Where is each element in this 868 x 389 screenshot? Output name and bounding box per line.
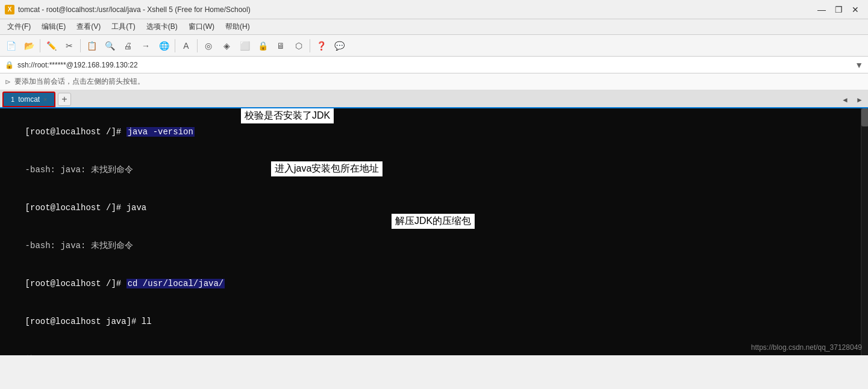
cmd-java-version: java -version: [126, 127, 195, 137]
toolbar-cut[interactable]: ✂: [61, 37, 78, 54]
toolbar-sep1: [40, 39, 40, 52]
address-dropdown-icon[interactable]: ▼: [855, 60, 863, 70]
toolbar-search[interactable]: 🔍: [101, 37, 118, 54]
app-icon: X: [5, 5, 14, 14]
address-bar: 🔒 ssh://root:******@192.168.199.130:22 ▼: [0, 57, 868, 73]
lock-icon: 🔒: [5, 61, 14, 69]
toolbar: 📄 📂 ✏️ ✂ 📋 🔍 🖨 → 🌐 A ◎ ◈ ⬜ 🔒 🖥 ⬡ ❓ 💬: [0, 35, 868, 57]
prompt-5: [root@localhost /]#: [25, 279, 126, 288]
terminal-line-2: -bash: java: 未找到命令: [5, 151, 863, 189]
toolbar-arrow[interactable]: →: [137, 37, 154, 54]
annotation-extract: 解压JDK的压缩包: [392, 214, 475, 229]
toolbar-msg[interactable]: 💬: [331, 37, 348, 54]
window-controls: — ❐ ✕: [814, 3, 863, 16]
menu-bar: 文件(F) 编辑(E) 查看(V) 工具(T) 选项卡(B) 窗口(W) 帮助(…: [0, 19, 868, 35]
terminal-line-4: -bash: java: 未找到命令: [5, 227, 863, 265]
terminal[interactable]: [root@localhost /]# java -version -bash:…: [0, 108, 868, 355]
terminal-line-6: [root@localhost java]# ll: [5, 303, 863, 341]
toolbar-open[interactable]: 📂: [20, 37, 37, 54]
menu-help[interactable]: 帮助(H): [220, 20, 255, 33]
tab-add-button[interactable]: +: [58, 93, 71, 106]
terminal-line-5: [root@localhost /]# cd /usr/local/java/: [5, 265, 863, 303]
tab-nav-left-btn[interactable]: ◄: [839, 94, 851, 106]
window-title: tomcat - root@localhost:/usr/local/java …: [18, 5, 251, 14]
toolbar-icon4[interactable]: 🔒: [254, 37, 271, 54]
toolbar-globe[interactable]: 🌐: [155, 37, 172, 54]
terminal-line-7: 总用量 185312: [5, 341, 863, 355]
watermark: https://blog.csdn.net/qq_37128049: [751, 343, 862, 352]
toolbar-font[interactable]: A: [178, 37, 195, 54]
error-1: -bash: java: 未找到命令: [25, 165, 133, 175]
tab-tomcat[interactable]: 1 tomcat ×: [2, 92, 55, 107]
toolbar-sep2: [80, 39, 81, 52]
toolbar-copy[interactable]: 📋: [83, 37, 100, 54]
prompt-3: [root@localhost /]# java: [25, 203, 147, 213]
toolbar-icon5[interactable]: 🖥: [272, 37, 289, 54]
info-bar: ⊳ 要添加当前会话，点击左侧的箭头按钮。: [0, 73, 868, 90]
ssh-address: ssh://root:******@192.168.199.130:22: [17, 61, 851, 69]
annotation-java-path: 进入java安装包所在地址: [271, 161, 382, 176]
title-bar: X tomcat - root@localhost:/usr/local/jav…: [0, 0, 868, 19]
tab-close-button[interactable]: ×: [43, 96, 47, 103]
menu-tabs[interactable]: 选项卡(B): [142, 20, 183, 33]
toolbar-icon6[interactable]: ⬡: [290, 37, 307, 54]
toolbar-sep4: [197, 39, 198, 52]
prompt-1: [root@localhost /]#: [25, 127, 126, 137]
info-text: 要添加当前会话，点击左侧的箭头按钮。: [14, 76, 145, 87]
tab-bar: 1 tomcat × + ◄ ►: [0, 90, 868, 108]
cmd-cd: cd /usr/local/java/: [126, 279, 225, 288]
menu-window[interactable]: 窗口(W): [184, 20, 219, 33]
title-bar-left: X tomcat - root@localhost:/usr/local/jav…: [5, 5, 251, 14]
toolbar-edit[interactable]: ✏️: [43, 37, 60, 54]
tab-nav-right-btn[interactable]: ►: [854, 94, 866, 106]
toolbar-icon3[interactable]: ⬜: [236, 37, 253, 54]
annotation-jdk-check: 校验是否安装了JDK: [241, 108, 334, 123]
tab-bar-left: 1 tomcat × +: [2, 92, 71, 107]
menu-tools[interactable]: 工具(T): [107, 20, 140, 33]
menu-file[interactable]: 文件(F): [2, 20, 36, 33]
toolbar-print[interactable]: 🖨: [119, 37, 136, 54]
toolbar-help[interactable]: ❓: [313, 37, 329, 54]
terminal-line-1: [root@localhost /]# java -version: [5, 113, 863, 151]
prompt-6: [root@localhost java]# ll: [25, 317, 152, 326]
scrollbar-thumb[interactable]: [861, 108, 868, 126]
total-line: 总用量 185312: [25, 355, 86, 355]
tab-number: 1: [11, 96, 14, 103]
menu-edit[interactable]: 编辑(E): [37, 20, 70, 33]
restore-button[interactable]: ❐: [831, 3, 846, 16]
minimize-button[interactable]: —: [814, 3, 829, 16]
scrollbar[interactable]: [861, 108, 868, 355]
tab-label: tomcat: [18, 95, 40, 104]
error-2: -bash: java: 未找到命令: [25, 241, 133, 251]
info-icon: ⊳: [5, 78, 11, 86]
toolbar-new[interactable]: 📄: [2, 37, 19, 54]
close-button[interactable]: ✕: [848, 3, 863, 16]
toolbar-sep3: [175, 39, 175, 52]
menu-view[interactable]: 查看(V): [72, 20, 105, 33]
toolbar-icon1[interactable]: ◎: [200, 37, 217, 54]
toolbar-icon2[interactable]: ◈: [218, 37, 235, 54]
toolbar-sep5: [310, 39, 310, 52]
tab-nav-right: ◄ ►: [839, 94, 866, 106]
